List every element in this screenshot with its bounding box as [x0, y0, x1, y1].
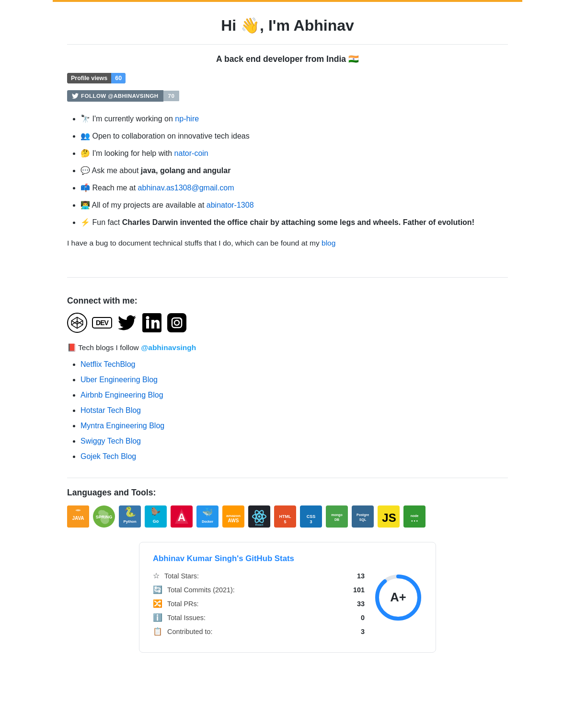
contributed-label: Contributed to:: [167, 628, 356, 635]
svg-text:🦫: 🦫: [151, 507, 161, 516]
netflix-blog-link[interactable]: Netflix TechBlog: [80, 360, 135, 368]
profile-views-count: 60: [111, 73, 126, 83]
css3-icon: CSS 3: [300, 505, 322, 528]
svg-text:SQL: SQL: [359, 518, 367, 522]
tech-blog-item-netflix: Netflix TechBlog: [80, 357, 508, 372]
stats-row-issues: ℹ️ Total Issues: 0: [153, 613, 365, 622]
python-icon: 🐍 Python: [119, 505, 141, 528]
airbnb-blog-link[interactable]: Airbnb Engineering Blog: [80, 391, 163, 399]
bullet-emoji-5: 📫: [80, 184, 90, 192]
email-link[interactable]: abhinav.as1308@gmail.com: [138, 184, 234, 192]
commits-icon: 🔄: [153, 585, 162, 594]
nator-coin-link[interactable]: nator-coin: [174, 149, 208, 157]
nodejs-icon: node ● ● ●: [403, 505, 426, 528]
bullet-emoji-3: 🤔: [80, 149, 90, 157]
svg-text:Docker: Docker: [202, 520, 213, 523]
abinator-link[interactable]: abinator-1308: [207, 201, 254, 209]
stats-row-prs: 🔀 Total PRs: 33: [153, 599, 365, 608]
section-divider-1: [67, 277, 508, 278]
myntra-blog-link[interactable]: Myntra Engineering Blog: [80, 422, 164, 430]
twitter-follow-label: FOLLOW @ABHINAVSINGH: [81, 93, 159, 99]
top-progress-bar: [53, 0, 522, 2]
stars-label: Total Stars:: [164, 572, 352, 580]
list-item-help: 🤔 I'm looking for help with nator-coin: [80, 146, 508, 161]
twitter-bird-icon: [72, 93, 79, 99]
tech-blog-item-swiggy: Swiggy Tech Blog: [80, 434, 508, 449]
subtitle: A back end developer from India 🇮🇳: [67, 54, 508, 64]
instagram-link[interactable]: [167, 313, 187, 333]
svg-text:mongo: mongo: [331, 513, 342, 517]
grade-text: A+: [390, 590, 406, 604]
blog-link[interactable]: blog: [322, 239, 335, 247]
react-icon: React: [248, 505, 270, 528]
svg-text:5: 5: [284, 519, 286, 524]
svg-text:SPRING: SPRING: [96, 515, 113, 519]
svg-rect-3: [167, 313, 186, 332]
tech-blogs-list: Netflix TechBlog Uber Engineering Blog A…: [67, 357, 508, 464]
uber-blog-link[interactable]: Uber Engineering Blog: [80, 376, 158, 384]
twitter-follow-button[interactable]: FOLLOW @ABHINAVSINGH 70: [67, 90, 179, 102]
commits-label: Total Commits (2021):: [167, 586, 348, 594]
tech-blog-item-gojek: Gojek Tech Blog: [80, 449, 508, 464]
issues-icon: ℹ️: [153, 613, 162, 622]
instagram-icon: [167, 313, 187, 333]
svg-text:HTML: HTML: [279, 514, 291, 519]
go-icon: 🦫 Go: [145, 505, 167, 528]
twitter-social-icon: [117, 313, 137, 333]
list-item-funfact: ⚡ Fun fact Charles Darwin invented the o…: [80, 215, 508, 230]
svg-text:● ● ●: ● ● ●: [411, 519, 418, 522]
svg-text:A: A: [178, 511, 185, 523]
bullet-emoji-2: 👥: [80, 132, 90, 140]
svg-rect-39: [326, 505, 348, 528]
list-item-ask: 💬 Ask me about java, golang and angular: [80, 163, 508, 178]
postgresql-icon: Postgre SQL: [352, 505, 374, 528]
list-item-collab: 👥 Open to collaboration on innovative te…: [80, 129, 508, 144]
profile-views-label: Profile views: [67, 73, 111, 83]
bullet-emoji-7: ⚡: [80, 218, 90, 226]
contributed-icon: 📋: [153, 627, 162, 636]
github-stats-card: Abhinav Kumar Singh's GitHub Stats ☆ Tot…: [139, 542, 436, 653]
stats-row-commits: 🔄 Total Commits (2021): 101: [153, 585, 365, 594]
java-icon: JAVA: [67, 505, 89, 528]
svg-rect-1: [146, 320, 149, 329]
profile-views-badge: Profile views 60: [67, 73, 126, 83]
swiggy-blog-link[interactable]: Swiggy Tech Blog: [80, 437, 141, 445]
about-list: 🔭 I'm currently working on np-hire 👥 Ope…: [67, 111, 508, 230]
commits-value: 101: [353, 586, 365, 594]
social-icons-row: DEV: [67, 313, 508, 333]
svg-text:🐍: 🐍: [124, 506, 136, 517]
svg-text:3: 3: [310, 519, 312, 524]
javascript-icon: JS: [378, 505, 400, 528]
stats-row-contributed: 📋 Contributed to: 3: [153, 627, 365, 636]
twitter-social-link[interactable]: [117, 313, 137, 333]
linkedin-link[interactable]: [142, 313, 162, 333]
tech-blog-item-uber: Uber Engineering Blog: [80, 372, 508, 387]
section-divider-2: [67, 478, 508, 478]
svg-text:🐳: 🐳: [202, 507, 213, 517]
spring-icon: SPRING: [93, 505, 115, 528]
svg-text:JS: JS: [382, 511, 396, 524]
codepen-link[interactable]: [67, 313, 87, 333]
svg-text:amazon: amazon: [226, 514, 241, 518]
svg-text:React: React: [255, 523, 263, 526]
stats-row-stars: ☆ Total Stars: 13: [153, 571, 365, 580]
connect-section-title: Connect with me:: [67, 296, 508, 306]
hotstar-blog-link[interactable]: Hotstar Tech Blog: [80, 406, 141, 414]
bullet-emoji-6: 👨‍💻: [80, 201, 90, 209]
devto-link[interactable]: DEV: [92, 313, 112, 333]
username-link[interactable]: @abhinavsingh: [141, 343, 196, 352]
github-stats-content: Abhinav Kumar Singh's GitHub Stats ☆ Tot…: [153, 554, 365, 641]
svg-text:CSS: CSS: [307, 514, 316, 519]
tech-blog-item-myntra: Myntra Engineering Blog: [80, 418, 508, 434]
gojek-blog-link[interactable]: Gojek Tech Blog: [80, 452, 136, 460]
svg-rect-42: [352, 505, 374, 528]
svg-text:AWS: AWS: [228, 518, 239, 523]
svg-text:Go: Go: [153, 519, 159, 524]
tech-blog-item-hotstar: Hotstar Tech Blog: [80, 403, 508, 418]
twitter-follower-count: 70: [163, 91, 180, 101]
np-hire-link[interactable]: np-hire: [175, 115, 199, 123]
prs-icon: 🔀: [153, 599, 162, 608]
svg-text:Postgre: Postgre: [356, 513, 369, 517]
tools-icons-row: JAVA SPRING 🐍 Python 🦫 Go A: [67, 505, 508, 528]
main-title: Hi 👋, I'm Abhinav: [67, 16, 508, 35]
